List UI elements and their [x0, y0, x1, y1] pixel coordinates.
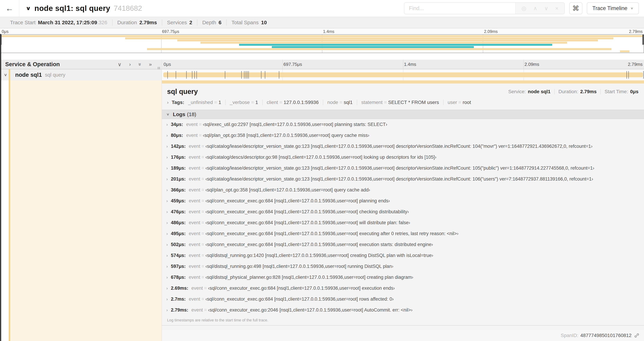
span-detail-header: sql query Service: node sql1 Duration: 2… [162, 84, 644, 98]
log-event-value: ‹sql/conn_executor_exec.go:684 [nsql1,cl… [205, 231, 458, 236]
log-event-key: event [189, 231, 200, 236]
log-expand-icon[interactable]: › [166, 264, 168, 269]
log-expand-icon[interactable]: › [166, 188, 168, 192]
log-event-key: event [189, 220, 200, 225]
span-duration-bar[interactable] [163, 72, 643, 77]
log-tick-marker [265, 71, 265, 79]
log-expand-icon[interactable]: › [166, 122, 168, 127]
logs-section: ∨ Logs (18) ›34μs:event=‹sql/exec_util.g… [162, 110, 644, 325]
trace-minimap[interactable] [0, 34, 644, 53]
row-collapse-icon[interactable]: ∨ [4, 73, 7, 77]
span-color-stripe [9, 69, 10, 80]
span-bar-row[interactable] [162, 69, 644, 80]
keyboard-shortcuts-button[interactable]: ⌘ [569, 3, 582, 14]
minimap-span [177, 40, 598, 42]
span-row-label[interactable]: ∨ node sql1 sql query [0, 69, 162, 80]
depth-label: Depth [202, 20, 216, 26]
collapse-one-icon[interactable]: ∨ [118, 61, 122, 67]
locate-icon[interactable]: ◎ [522, 5, 526, 12]
ruler-gridline [524, 60, 524, 69]
log-expand-icon[interactable]: › [166, 155, 168, 160]
log-expand-icon[interactable]: › [166, 166, 168, 171]
log-event-key: event [186, 133, 198, 138]
log-event-value: ‹sql/distsql_running.go:498 [nsql1,clien… [205, 264, 393, 269]
collapse-trace-icon[interactable]: ∨ [26, 5, 31, 11]
log-event-value: ‹sql/plan_opt.go:358 [nsql1,client=127.0… [203, 133, 369, 138]
expand-one-icon[interactable]: › [129, 61, 131, 67]
deep-link-icon[interactable] [634, 333, 640, 338]
log-equals: = [202, 264, 204, 269]
log-equals: = [202, 253, 204, 258]
log-expand-icon[interactable]: › [166, 242, 168, 247]
log-expand-icon[interactable]: › [166, 144, 168, 149]
log-expand-icon[interactable]: › [166, 199, 168, 203]
next-result-icon[interactable]: ∨ [544, 5, 548, 12]
log-expand-icon[interactable]: › [166, 275, 168, 280]
log-timestamp: 2.69ms: [171, 285, 188, 291]
log-row[interactable]: ›176μs:event=‹sql/catalog/descs/descript… [162, 152, 644, 163]
logs-count: (18) [187, 111, 196, 117]
back-button[interactable]: ← [0, 0, 20, 17]
logs-collapse-icon[interactable]: ∨ [166, 112, 170, 116]
ruler-gridline [403, 60, 403, 69]
log-row[interactable]: ›34μs:event=‹sql/exec_util.go:2297 [nsql… [162, 119, 644, 130]
log-timestamp: 495μs: [171, 231, 186, 236]
log-expand-icon[interactable]: › [166, 133, 168, 138]
log-event-key: event [189, 253, 200, 258]
tick-label: 0μs [2, 29, 8, 34]
log-row[interactable]: ›495μs:event=‹sql/conn_executor_exec.go:… [162, 228, 644, 239]
span-detail: sql query Service: node sql1 Duration: 2… [162, 80, 644, 341]
log-expand-icon[interactable]: › [166, 253, 168, 258]
log-expand-icon[interactable]: › [166, 231, 168, 236]
log-row[interactable]: ›574μs:event=‹sql/distsql_running.go:142… [162, 250, 644, 261]
collapse-all-icon[interactable]: » [137, 63, 143, 66]
find-input[interactable] [404, 3, 515, 14]
log-row[interactable]: ›201μs:event=‹sql/catalog/lease/descript… [162, 174, 644, 185]
tags-expand-icon[interactable]: › [167, 100, 168, 105]
tag-item: node=sql1 [323, 100, 357, 105]
log-tick-marker [247, 71, 248, 79]
log-row[interactable]: ›2.79ms:event=‹sql/conn_executor_exec.go… [162, 305, 644, 315]
log-expand-icon[interactable]: › [166, 220, 168, 225]
log-row[interactable]: ›80μs:event=‹sql/plan_opt.go:358 [nsql1,… [162, 130, 644, 141]
detail-left-gutter [0, 80, 162, 341]
total-spans-group: Total Spans 10 [226, 20, 272, 26]
left-scrollbar[interactable] [0, 34, 1, 341]
tag-item: statement=SELECT * FROM users [357, 100, 444, 105]
log-row[interactable]: ›502μs:event=‹sql/conn_executor_exec.go:… [162, 239, 644, 250]
expand-all-icon[interactable]: » [149, 61, 152, 67]
log-row[interactable]: ›2.7ms:event=‹sql/conn_executor_exec.go:… [162, 294, 644, 305]
minimap-right-scrubber[interactable] [642, 35, 644, 45]
log-row[interactable]: ›486μs:event=‹sql/conn_executor_exec.go:… [162, 217, 644, 228]
log-expand-icon[interactable]: › [166, 308, 168, 312]
log-row[interactable]: ›2.69ms:event=‹sql/conn_executor_exec.go… [162, 283, 644, 294]
log-expand-icon[interactable]: › [166, 177, 168, 182]
log-row[interactable]: ›678μs:event=‹sql/distsql_physical_plann… [162, 272, 644, 283]
logs-title: Logs [173, 111, 186, 117]
log-event-key: event [189, 176, 200, 182]
prev-result-icon[interactable]: ∧ [533, 5, 537, 12]
tag-item: _unfinished=1 [188, 100, 226, 105]
log-row[interactable]: ›189μs:event=‹sql/catalog/lease/descript… [162, 163, 644, 174]
tags-row[interactable]: › Tags: _unfinished=1_verbose=1client=12… [162, 98, 644, 108]
tag-value: SELECT * FROM users [388, 100, 439, 105]
depth-group: Depth 6 [197, 20, 226, 26]
log-expand-icon[interactable]: › [166, 297, 168, 302]
log-timestamp: 201μs: [171, 176, 186, 182]
log-event-value: ‹sql/conn_executor_exec.go:684 [nsql1,cl… [205, 198, 390, 204]
chevron-down-icon: ∨ [630, 7, 633, 10]
view-select-button[interactable]: Trace Timeline ∨ [587, 3, 639, 14]
log-expand-icon[interactable]: › [166, 209, 168, 214]
log-equals: = [202, 176, 204, 182]
tick-label: 2.09ms [524, 62, 539, 67]
log-row[interactable]: ›142μs:event=‹sql/catalog/lease/descript… [162, 141, 644, 152]
log-row[interactable]: ›597μs:event=‹sql/distsql_running.go:498… [162, 261, 644, 272]
log-tick-marker [225, 71, 225, 79]
log-row[interactable]: ›459μs:event=‹sql/conn_executor_exec.go:… [162, 195, 644, 206]
clear-search-icon[interactable]: × [555, 5, 558, 12]
log-expand-icon[interactable]: › [166, 286, 168, 291]
log-row[interactable]: ›476μs:event=‹sql/conn_executor_exec.go:… [162, 206, 644, 217]
log-event-value: ‹sql/conn_executor_exec.go:684 [nsql1,cl… [208, 285, 395, 291]
logs-header[interactable]: ∨ Logs (18) [162, 110, 644, 119]
log-row[interactable]: ›366μs:event=‹sql/plan_opt.go:358 [nsql1… [162, 185, 644, 195]
